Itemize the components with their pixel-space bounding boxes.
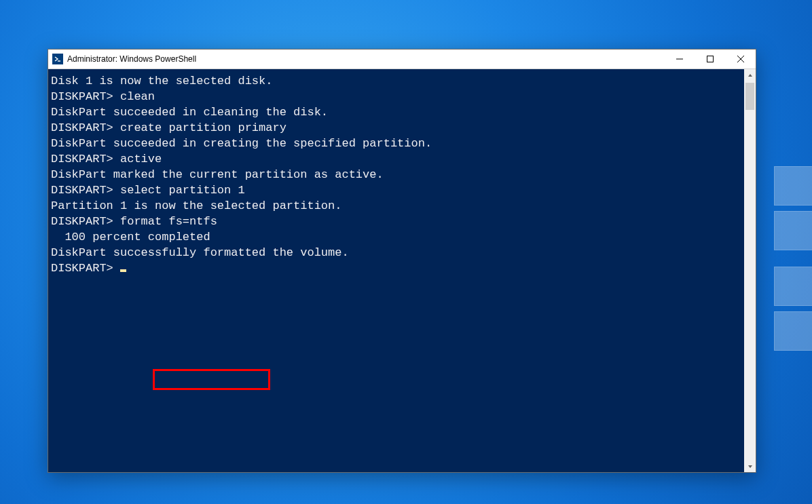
terminal-line: DISKPART> active [51,151,741,167]
scroll-up-button[interactable] [744,69,756,81]
minimize-button[interactable] [664,50,695,69]
scrollbar-thumb[interactable] [745,83,754,110]
terminal-line: Disk 1 is now the selected disk. [51,73,741,89]
terminal-line: DiskPart successfully formatted the volu… [51,245,741,260]
scroll-down-button[interactable] [744,461,756,472]
svg-rect-3 [707,56,713,62]
powershell-window: Administrator: Windows PowerShell Disk 1… [48,49,756,473]
terminal-line: DISKPART> format fs=ntfs [51,214,741,229]
terminal-line: 100 percent completed [51,229,741,245]
powershell-icon [52,54,63,64]
terminal-line: DISKPART> select partition 1 [51,182,741,198]
maximize-button[interactable] [695,50,725,69]
terminal-line: Partition 1 is now the selected partitio… [51,198,741,214]
terminal-line: DISKPART> [51,260,741,276]
terminal-line: DISKPART> create partition primary [51,120,741,136]
terminal-line: DISKPART> clean [51,89,741,104]
window-controls [664,50,756,69]
window-title: Administrator: Windows PowerShell [67,54,664,64]
desktop-background: Administrator: Windows PowerShell Disk 1… [0,0,812,504]
close-button[interactable] [725,50,756,69]
terminal-line: DiskPart marked the current partition as… [51,167,741,182]
vertical-scrollbar[interactable] [744,69,756,472]
terminal-output[interactable]: Disk 1 is now the selected disk.DISKPART… [48,69,744,472]
terminal-line: DiskPart succeeded in creating the speci… [51,136,741,151]
terminal-line: DiskPart succeeded in cleaning the disk. [51,104,741,120]
titlebar[interactable]: Administrator: Windows PowerShell [48,50,756,69]
cursor [120,269,126,272]
client-area: Disk 1 is now the selected disk.DISKPART… [48,69,756,472]
